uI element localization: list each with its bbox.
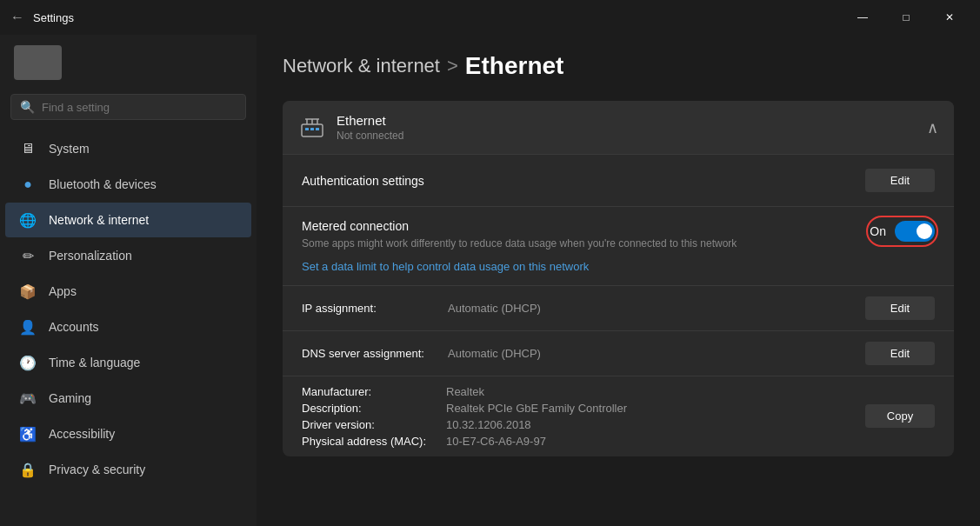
auth-settings-row: Authentication settings Edit — [283, 154, 954, 206]
breadcrumb-current: Ethernet — [465, 52, 564, 80]
search-box[interactable]: 🔍 — [10, 94, 246, 120]
sidebar-item-accessibility[interactable]: ♿ Accessibility — [5, 416, 251, 451]
titlebar-controls: — □ ✕ — [843, 3, 970, 31]
panel-subtitle: Not connected — [337, 130, 403, 142]
bluetooth-icon: ● — [19, 176, 37, 193]
auth-settings-label: Authentication settings — [302, 174, 424, 188]
device-info-main: Manufacturer: Realtek Description: Realt… — [302, 385, 865, 448]
metered-link[interactable]: Set a data limit to help control data us… — [302, 260, 835, 273]
search-icon: 🔍 — [20, 100, 35, 114]
description-key: Description: — [302, 402, 441, 415]
metered-toggle[interactable] — [895, 221, 935, 242]
sidebar-nav: 🖥 System ● Bluetooth & devices 🌐 Network… — [0, 130, 257, 488]
ethernet-panel: Ethernet Not connected ∧ Authentication … — [283, 101, 954, 456]
ip-assignment-row: IP assignment: Automatic (DHCP) Edit — [283, 285, 954, 330]
sidebar-item-system[interactable]: 🖥 System — [5, 131, 251, 166]
titlebar-left: ← Settings — [10, 10, 74, 25]
accessibility-icon: ♿ — [19, 425, 37, 443]
ip-edit-button[interactable]: Edit — [865, 296, 935, 320]
driver-key: Driver version: — [302, 418, 441, 431]
description-pair: Description: Realtek PCIe GbE Family Con… — [302, 402, 865, 415]
toggle-knob — [917, 223, 932, 239]
close-button[interactable]: ✕ — [930, 3, 970, 31]
breadcrumb-separator: > — [447, 55, 458, 77]
maximize-button[interactable]: □ — [886, 3, 926, 31]
gaming-icon: 🎮 — [19, 390, 37, 407]
sidebar-item-bluetooth[interactable]: ● Bluetooth & devices — [5, 167, 251, 202]
sidebar-label-network: Network & internet — [49, 213, 149, 227]
device-info-row: Manufacturer: Realtek Description: Realt… — [283, 376, 954, 456]
breadcrumb-parent: Network & internet — [283, 55, 440, 77]
network-icon: 🌐 — [19, 211, 37, 229]
sidebar-item-apps[interactable]: 📦 Apps — [5, 274, 251, 309]
driver-val: 10.32.1206.2018 — [446, 418, 531, 431]
dns-assignment-key: DNS server assignment: — [302, 347, 441, 360]
personalization-icon: ✏ — [19, 247, 37, 264]
ethernet-icon — [298, 114, 326, 142]
sidebar-label-gaming: Gaming — [49, 391, 91, 405]
sidebar-label-system: System — [49, 142, 90, 156]
content-area: Network & internet > Ethernet — [257, 35, 980, 526]
sidebar-label-apps: Apps — [49, 284, 77, 298]
metered-title: Metered connection — [302, 219, 835, 233]
dns-assignment-val: Automatic (DHCP) — [448, 347, 541, 360]
sidebar-item-accounts[interactable]: 👤 Accounts — [5, 310, 251, 344]
time-icon: 🕐 — [19, 354, 37, 371]
titlebar: ← Settings — □ ✕ — [0, 0, 980, 35]
sidebar: 🔍 🖥 System ● Bluetooth & devices 🌐 Netwo… — [0, 35, 257, 526]
sidebar-item-network[interactable]: 🌐 Network & internet — [5, 203, 251, 237]
dns-assignment-left: DNS server assignment: Automatic (DHCP) — [302, 347, 541, 360]
accounts-icon: 👤 — [19, 318, 37, 336]
toggle-wrapper: On — [870, 221, 935, 242]
metered-text-area: Metered connection Some apps might work … — [302, 219, 835, 273]
dns-assignment-row: DNS server assignment: Automatic (DHCP) … — [283, 330, 954, 376]
metered-toggle-label: On — [870, 224, 886, 238]
sidebar-label-bluetooth: Bluetooth & devices — [49, 177, 157, 191]
back-icon[interactable]: ← — [10, 10, 24, 25]
sidebar-item-time[interactable]: 🕐 Time & language — [5, 345, 251, 380]
copy-button[interactable]: Copy — [865, 404, 935, 428]
sidebar-label-personalization: Personalization — [49, 249, 132, 263]
sidebar-item-personalization[interactable]: ✏ Personalization — [5, 238, 251, 273]
sidebar-label-privacy: Privacy & security — [49, 463, 145, 476]
panel-title-group: Ethernet Not connected — [337, 113, 403, 142]
metered-desc: Some apps might work differently to redu… — [302, 236, 835, 251]
search-input[interactable] — [42, 101, 237, 114]
metered-connection-row: Metered connection Some apps might work … — [283, 206, 954, 285]
sidebar-item-privacy[interactable]: 🔒 Privacy & security — [5, 452, 251, 487]
ip-assignment-key: IP assignment: — [302, 302, 441, 315]
panel-header: Ethernet Not connected ∧ — [283, 101, 954, 154]
sidebar-label-accessibility: Accessibility — [49, 427, 115, 441]
avatar — [14, 45, 62, 80]
mac-val: 10-E7-C6-A6-A9-97 — [446, 435, 546, 448]
system-icon: 🖥 — [19, 140, 37, 157]
manufacturer-pair: Manufacturer: Realtek — [302, 385, 865, 398]
description-val: Realtek PCIe GbE Family Controller — [446, 402, 627, 415]
chevron-up-icon[interactable]: ∧ — [927, 118, 938, 137]
titlebar-title: Settings — [33, 11, 74, 24]
mac-pair: Physical address (MAC): 10-E7-C6-A6-A9-9… — [302, 435, 865, 448]
panel-header-left: Ethernet Not connected — [298, 113, 403, 142]
panel-title: Ethernet — [337, 113, 403, 128]
svg-rect-2 — [310, 128, 314, 130]
manufacturer-val: Realtek — [446, 385, 484, 398]
apps-icon: 📦 — [19, 283, 37, 300]
ip-assignment-left: IP assignment: Automatic (DHCP) — [302, 302, 541, 315]
svg-rect-3 — [316, 128, 319, 130]
sidebar-label-time: Time & language — [49, 356, 140, 370]
auth-edit-button[interactable]: Edit — [865, 169, 935, 192]
svg-rect-1 — [305, 128, 309, 130]
dns-edit-button[interactable]: Edit — [865, 342, 935, 365]
manufacturer-key: Manufacturer: — [302, 385, 441, 398]
app-body: 🔍 🖥 System ● Bluetooth & devices 🌐 Netwo… — [0, 35, 980, 526]
privacy-icon: 🔒 — [19, 461, 37, 478]
breadcrumb: Network & internet > Ethernet — [283, 52, 954, 80]
ip-assignment-val: Automatic (DHCP) — [448, 302, 541, 315]
sidebar-item-gaming[interactable]: 🎮 Gaming — [5, 381, 251, 416]
mac-key: Physical address (MAC): — [302, 435, 441, 448]
driver-pair: Driver version: 10.32.1206.2018 — [302, 418, 865, 431]
minimize-button[interactable]: — — [843, 3, 883, 31]
sidebar-label-accounts: Accounts — [49, 320, 99, 334]
